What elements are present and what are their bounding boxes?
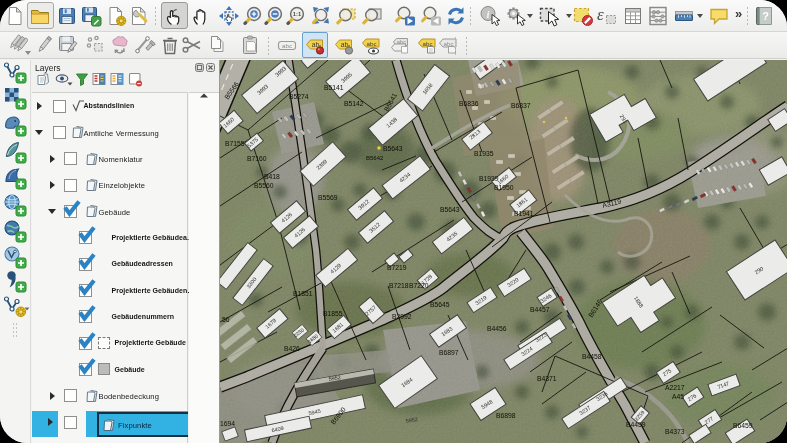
- svg-text:B1950: B1950: [494, 184, 514, 191]
- svg-text:B1851: B1851: [293, 290, 313, 297]
- svg-text:B5142: B5142: [344, 100, 364, 107]
- svg-text:B4373: B4373: [665, 428, 685, 435]
- svg-text:B5645: B5645: [430, 301, 450, 308]
- svg-text:B6837: B6837: [511, 102, 531, 109]
- svg-text:?: ?: [762, 10, 769, 22]
- svg-text:B4457: B4457: [530, 306, 550, 313]
- svg-text:B7218: B7218: [389, 282, 409, 289]
- svg-text:B7219: B7219: [387, 264, 407, 271]
- svg-text:B426: B426: [284, 345, 300, 352]
- svg-text:56: 56: [222, 316, 230, 323]
- svg-text:B1855: B1855: [323, 310, 343, 317]
- svg-text:A2217: A2217: [665, 384, 685, 391]
- svg-text:B6898: B6898: [496, 412, 516, 419]
- svg-text:B6897: B6897: [439, 349, 459, 356]
- svg-text:1694: 1694: [220, 420, 235, 427]
- svg-text:B1935: B1935: [474, 150, 494, 157]
- svg-text:B7160: B7160: [247, 155, 267, 162]
- svg-text:abc: abc: [444, 40, 454, 47]
- svg-text:B5569: B5569: [318, 194, 338, 201]
- svg-text:B6459: B6459: [733, 422, 753, 429]
- svg-text:B5274: B5274: [289, 93, 309, 100]
- svg-text:B2992: B2992: [392, 313, 412, 320]
- svg-text:B4458: B4458: [582, 353, 602, 360]
- svg-text:ε: ε: [597, 5, 604, 24]
- svg-text:B7155: B7155: [225, 140, 245, 147]
- svg-text:B5642: B5642: [366, 155, 384, 161]
- svg-text:B5141: B5141: [324, 84, 344, 91]
- svg-text:1:1: 1:1: [293, 11, 302, 17]
- svg-text:B1941: B1941: [514, 210, 534, 217]
- svg-text:B1939: B1939: [479, 175, 499, 182]
- svg-text:B5643: B5643: [440, 206, 460, 213]
- svg-text:B4371: B4371: [537, 375, 557, 382]
- svg-text:A45: A45: [672, 393, 684, 400]
- svg-text:abc: abc: [423, 40, 433, 47]
- svg-text:B5643: B5643: [383, 145, 403, 152]
- svg-text:abc: abc: [282, 42, 292, 49]
- svg-text:B6836: B6836: [459, 100, 479, 107]
- svg-text:B7220: B7220: [409, 282, 429, 289]
- svg-text:B5560: B5560: [254, 182, 274, 189]
- svg-text:abc: abc: [367, 40, 377, 47]
- svg-text:B418: B418: [264, 173, 280, 180]
- svg-text:B4459: B4459: [626, 421, 646, 428]
- svg-text:B4456: B4456: [487, 325, 507, 332]
